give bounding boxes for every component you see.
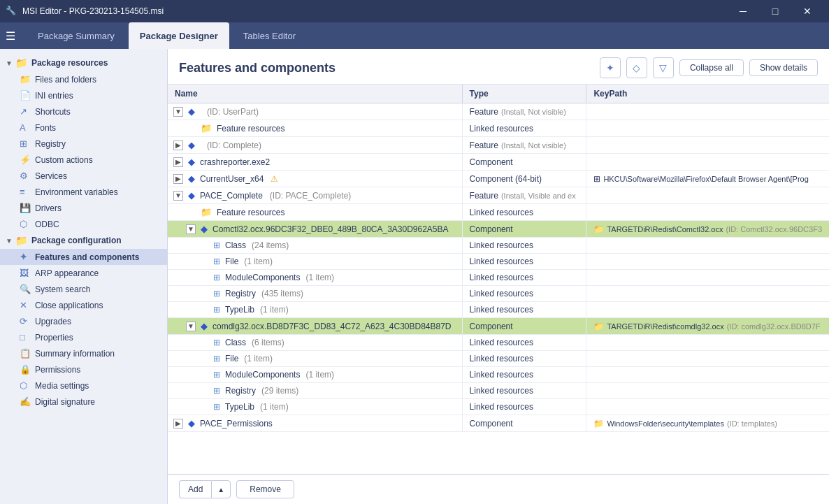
tab-tables-editor[interactable]: Tables Editor <box>232 22 307 49</box>
row-count: (1 item) <box>260 402 289 412</box>
sidebar-group-package-configuration[interactable]: ▼ 📁 Package configuration <box>0 232 167 249</box>
table-row[interactable]: ▼◆PACE_Complete(ID: PACE_Complete)Featur… <box>168 187 829 204</box>
row-type: Feature <box>470 141 498 150</box>
sidebar-item-arp-appearance[interactable]: 🖼 ARP appearance <box>0 265 167 281</box>
add-dropdown-button[interactable]: ▲ <box>211 480 231 498</box>
table-row[interactable]: ⊞Class(24 items)Linked resources <box>168 238 829 254</box>
table-row[interactable]: ▼◆comdlg32.ocx.BD8D7F3C_DD83_4C72_A623_4… <box>168 318 829 335</box>
row-type: Feature <box>470 191 498 201</box>
expand-button[interactable]: ▶ <box>173 419 183 429</box>
tab-package-summary[interactable]: Package Summary <box>27 22 126 49</box>
keypath-text: TARGETDiR\Redist\Comctl32.ocx <box>607 225 723 233</box>
close-button[interactable]: ✕ <box>791 0 823 22</box>
sidebar-item-fonts[interactable]: A Fonts <box>0 120 167 136</box>
sidebar-item-services[interactable]: ⚙ Services <box>0 168 167 184</box>
component-diamond-icon: ◆ <box>188 157 195 167</box>
close-app-icon: ✕ <box>20 300 31 310</box>
arp-icon: 🖼 <box>20 268 31 278</box>
row-count: (1 item) <box>260 305 289 315</box>
sidebar-item-odbc[interactable]: ⬡ ODBC <box>0 216 167 232</box>
table-row[interactable]: ▶◆(ID: Complete)Feature(Install, Not vis… <box>168 137 829 154</box>
row-type: Linked resources <box>470 273 533 282</box>
add-button[interactable]: Add <box>179 480 211 498</box>
sidebar-item-drivers[interactable]: 💾 Drivers <box>0 200 167 216</box>
signature-icon: ✍ <box>20 396 31 407</box>
expand-button[interactable]: ▶ <box>173 141 183 150</box>
maximize-button[interactable]: □ <box>759 0 791 22</box>
table-row[interactable]: ⊞Class(6 items)Linked resources <box>168 335 829 351</box>
table-row[interactable]: ▶◆crashreporter.exe2Component <box>168 154 829 171</box>
sidebar-item-registry[interactable]: ⊞ Registry <box>0 136 167 152</box>
sidebar-item-upgrades[interactable]: ⟳ Upgrades <box>0 313 167 329</box>
table-row[interactable]: ⊞File(1 item)Linked resources <box>168 254 829 270</box>
sidebar-item-files-and-folders[interactable]: 📁 Files and folders <box>0 71 167 87</box>
table-row[interactable]: ⊞ModuleComponents(1 item)Linked resource… <box>168 270 829 286</box>
row-name-text: PACE_Permissions <box>200 419 273 429</box>
sidebar-item-permissions[interactable]: 🔒 Permissions <box>0 361 167 377</box>
sidebar-item-close-applications[interactable]: ✕ Close applications <box>0 297 167 313</box>
row-type: Linked resources <box>470 386 533 396</box>
table-row[interactable]: 📁Feature resourcesLinked resources <box>168 204 829 221</box>
sidebar: ▼ 📁 Package resources 📁 Files and folder… <box>0 49 168 504</box>
table-row[interactable]: ▼◆Comctl32.ocx.96DC3F32_DBE0_489B_80CA_3… <box>168 221 829 238</box>
table-row[interactable]: ⊞Registry(435 items)Linked resources <box>168 286 829 302</box>
features-table: Name Type KeyPath ▼◆(ID: UserPart)Featur… <box>168 85 829 432</box>
grid-icon: ⊞ <box>213 370 220 380</box>
table-row[interactable]: ⊞TypeLib(1 item)Linked resources <box>168 302 829 318</box>
table-row[interactable]: 📁Feature resourcesLinked resources <box>168 120 829 137</box>
sidebar-item-properties[interactable]: □ Properties <box>0 329 167 345</box>
row-name-text: TypeLib <box>225 305 254 315</box>
row-type: Linked resources <box>470 208 533 217</box>
keypath-id: (ID: comdlg32.ocx.BD8D7F <box>727 322 821 331</box>
minimize-button[interactable]: ─ <box>727 0 759 22</box>
sidebar-item-environment-variables[interactable]: ≡ Environment variables <box>0 184 167 200</box>
collapse-all-button[interactable]: Collapse all <box>679 59 744 76</box>
sidebar-item-summary-information[interactable]: 📋 Summary information <box>0 345 167 361</box>
row-name-text: ModuleComponents <box>225 273 300 282</box>
features-table-container: Name Type KeyPath ▼◆(ID: UserPart)Featur… <box>168 85 829 474</box>
tab-package-designer[interactable]: Package Designer <box>129 22 229 49</box>
expand-button[interactable]: ▼ <box>186 224 196 234</box>
grid-icon: ⊞ <box>213 273 220 282</box>
sidebar-item-custom-actions[interactable]: ⚡ Custom actions <box>0 152 167 168</box>
sidebar-item-digital-signature[interactable]: ✍ Digital signature <box>0 394 167 410</box>
sidebar-item-system-search[interactable]: 🔍 System search <box>0 281 167 297</box>
filter-icon-button[interactable]: ▽ <box>653 57 674 78</box>
sidebar-item-features-and-components[interactable]: ✦ Features and components <box>0 249 167 265</box>
expand-button[interactable]: ▼ <box>173 191 183 201</box>
keypath-id: (ID: Comctl32.ocx.96DC3F3 <box>726 225 822 233</box>
row-type: Linked resources <box>470 289 533 298</box>
row-type-note: (Install, Visible and ex <box>501 192 576 200</box>
action-icon: ⚡ <box>20 154 31 165</box>
row-name-text: Class <box>225 338 246 347</box>
table-row[interactable]: ▼◆(ID: UserPart)Feature(Install, Not vis… <box>168 103 829 120</box>
content-area: Features and components ✦ ◇ ▽ Collapse a… <box>168 49 829 504</box>
sidebar-group-package-resources[interactable]: ▼ 📁 Package resources <box>0 55 167 71</box>
app-icon: 🔧 <box>6 6 17 17</box>
expand-button[interactable]: ▶ <box>173 157 183 167</box>
show-details-button[interactable]: Show details <box>749 59 818 76</box>
folder-icon: 📁 <box>201 123 212 134</box>
diamond-icon-button[interactable]: ◇ <box>626 57 647 78</box>
col-name: Name <box>168 85 462 103</box>
registry-icon: ⊞ <box>20 138 31 149</box>
keypath-icon: 📁 <box>593 224 604 234</box>
odbc-icon: ⬡ <box>20 219 31 229</box>
sidebar-item-media-settings[interactable]: ⬡ Media settings <box>0 377 167 394</box>
expand-button[interactable]: ▶ <box>173 174 183 184</box>
expand-button[interactable]: ▼ <box>186 322 196 331</box>
table-row[interactable]: ⊞Registry(29 items)Linked resources <box>168 383 829 399</box>
sidebar-item-ini-entries[interactable]: 📄 INI entries <box>0 87 167 103</box>
table-row[interactable]: ⊞File(1 item)Linked resources <box>168 351 829 367</box>
remove-button[interactable]: Remove <box>236 480 294 498</box>
expand-button[interactable]: ▼ <box>173 107 183 117</box>
network-icon-button[interactable]: ✦ <box>600 57 621 78</box>
table-row[interactable]: ⊞ModuleComponents(1 item)Linked resource… <box>168 367 829 383</box>
table-row[interactable]: ▶◆CurrentUser_x64⚠Component (64-bit)⊞HKC… <box>168 171 829 187</box>
table-row[interactable]: ⊞TypeLib(1 item)Linked resources <box>168 399 829 415</box>
table-row[interactable]: ▶◆PACE_PermissionsComponent📁WindowsFolde… <box>168 415 829 432</box>
sidebar-item-shortcuts[interactable]: ↗ Shortcuts <box>0 103 167 120</box>
folder-icon: 📁 <box>15 235 27 246</box>
hamburger-icon[interactable]: ☰ <box>6 29 15 43</box>
grid-icon: ⊞ <box>213 354 220 363</box>
